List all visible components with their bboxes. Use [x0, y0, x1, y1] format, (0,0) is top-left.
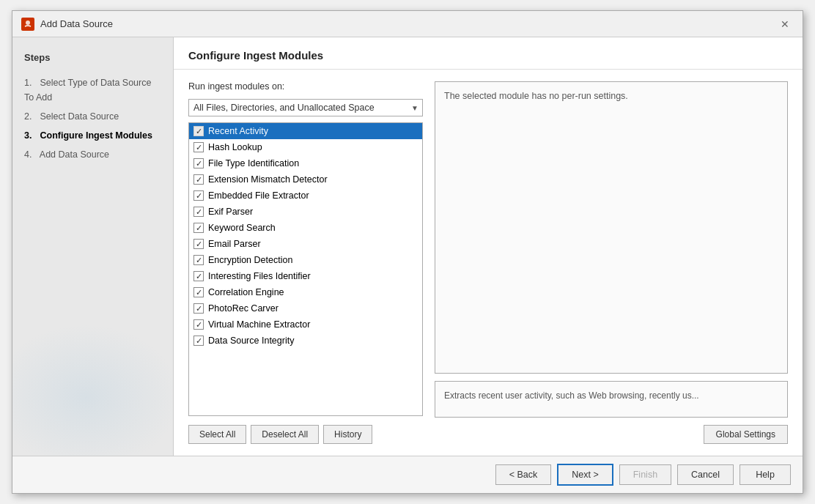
module-checkbox-embedded-file[interactable] [193, 190, 204, 201]
module-panel: Run ingest modules on: All Files, Direct… [188, 81, 423, 444]
svg-point-0 [26, 21, 30, 25]
step-2: 2. Select Data Source [24, 107, 161, 126]
module-item-recent-activity[interactable]: Recent Activity [189, 123, 422, 139]
module-item-correlation[interactable]: Correlation Engine [189, 284, 422, 300]
module-label-encryption: Encryption Detection [208, 255, 292, 265]
module-checkbox-exif-parser[interactable] [193, 207, 204, 217]
module-item-encryption[interactable]: Encryption Detection [189, 252, 422, 268]
close-button[interactable]: ✕ [776, 17, 794, 32]
module-label-interesting-files: Interesting Files Identifier [208, 271, 311, 281]
module-action-buttons: Select All Deselect All History [188, 425, 423, 444]
window-title: Add Data Source [40, 18, 113, 29]
footer: < Back Next > Finish Cancel Help [12, 456, 803, 493]
module-label-embedded-file: Embedded File Extractor [208, 190, 309, 201]
module-checkbox-correlation[interactable] [193, 287, 204, 297]
module-list[interactable]: Recent ActivityHash LookupFile Type Iden… [188, 122, 423, 416]
description-text: Extracts recent user activity, such as W… [444, 390, 699, 401]
module-checkbox-file-type-id[interactable] [193, 158, 204, 168]
title-bar: Add Data Source ✕ [12, 11, 803, 37]
step-4: 4. Add Data Source [24, 145, 161, 164]
module-label-exif-parser: Exif Parser [208, 207, 253, 217]
title-bar-left: Add Data Source [21, 18, 113, 31]
module-label-recent-activity: Recent Activity [208, 126, 268, 136]
main-header: Configure Ingest Modules [174, 37, 803, 70]
main-heading: Configure Ingest Modules [188, 49, 788, 62]
select-all-button[interactable]: Select All [188, 425, 246, 444]
module-item-vm-extractor[interactable]: Virtual Machine Extractor [189, 316, 422, 333]
next-button[interactable]: Next > [557, 464, 613, 486]
module-checkbox-ext-mismatch[interactable] [193, 174, 204, 185]
module-label-file-type-id: File Type Identification [208, 158, 299, 168]
module-item-keyword-search[interactable]: Keyword Search [189, 220, 422, 236]
module-checkbox-data-source-integrity[interactable] [193, 336, 204, 346]
module-label-ext-mismatch: Extension Mismatch Detector [208, 174, 328, 185]
app-icon [21, 18, 34, 31]
deselect-all-button[interactable]: Deselect All [251, 425, 319, 444]
module-item-ext-mismatch[interactable]: Extension Mismatch Detector [189, 171, 422, 188]
module-label-photorec: PhotoRec Carver [208, 303, 279, 314]
per-run-settings-box: The selected module has no per-run setti… [435, 81, 788, 374]
module-item-embedded-file[interactable]: Embedded File Extractor [189, 188, 422, 204]
step-1: 1. Select Type of Data Source To Add [24, 73, 161, 107]
module-checkbox-keyword-search[interactable] [193, 223, 204, 233]
module-item-file-type-id[interactable]: File Type Identification [189, 155, 422, 171]
run-label: Run ingest modules on: [188, 81, 423, 92]
module-checkbox-recent-activity[interactable] [193, 126, 204, 136]
module-checkbox-vm-extractor[interactable] [193, 319, 204, 330]
main-body: Run ingest modules on: All Files, Direct… [174, 70, 803, 456]
sidebar: Steps 1. Select Type of Data Source To A… [12, 37, 174, 456]
module-checkbox-email-parser[interactable] [193, 239, 204, 249]
sidebar-heading: Steps [24, 52, 161, 63]
finish-button[interactable]: Finish [619, 464, 671, 485]
window-body: Steps 1. Select Type of Data Source To A… [12, 37, 803, 456]
global-settings-button[interactable]: Global Settings [704, 425, 788, 444]
step-3: 3. Configure Ingest Modules [24, 126, 161, 145]
sidebar-watermark [12, 324, 174, 456]
module-checkbox-encryption[interactable] [193, 255, 204, 265]
module-label-email-parser: Email Parser [208, 239, 261, 249]
module-item-hash-lookup[interactable]: Hash Lookup [189, 139, 422, 155]
module-item-photorec[interactable]: PhotoRec Carver [189, 300, 422, 316]
module-checkbox-interesting-files[interactable] [193, 271, 204, 281]
module-checkbox-hash-lookup[interactable] [193, 142, 204, 152]
module-item-interesting-files[interactable]: Interesting Files Identifier [189, 268, 422, 284]
steps-list: 1. Select Type of Data Source To Add 2. … [24, 73, 161, 164]
run-modules-dropdown[interactable]: All Files, Directories, and Unallocated … [188, 99, 423, 116]
module-label-keyword-search: Keyword Search [208, 223, 276, 233]
help-button[interactable]: Help [740, 464, 791, 485]
settings-panel: The selected module has no per-run setti… [435, 81, 788, 444]
module-item-email-parser[interactable]: Email Parser [189, 236, 422, 252]
module-label-data-source-integrity: Data Source Integrity [208, 336, 294, 346]
main-window: Add Data Source ✕ Steps 1. Select Type o… [12, 10, 803, 494]
back-button[interactable]: < Back [495, 464, 552, 485]
cancel-button[interactable]: Cancel [677, 464, 734, 485]
module-label-hash-lookup: Hash Lookup [208, 142, 262, 152]
module-label-vm-extractor: Virtual Machine Extractor [208, 319, 310, 330]
module-item-exif-parser[interactable]: Exif Parser [189, 204, 422, 220]
history-button[interactable]: History [323, 425, 372, 444]
main-content: Configure Ingest Modules Run ingest modu… [174, 37, 803, 456]
module-checkbox-photorec[interactable] [193, 303, 204, 314]
module-item-data-source-integrity[interactable]: Data Source Integrity [189, 333, 422, 349]
no-settings-text: The selected module has no per-run setti… [444, 91, 628, 101]
dropdown-container: All Files, Directories, and Unallocated … [188, 99, 423, 116]
module-description-box: Extracts recent user activity, such as W… [435, 381, 788, 418]
module-label-correlation: Correlation Engine [208, 287, 284, 297]
